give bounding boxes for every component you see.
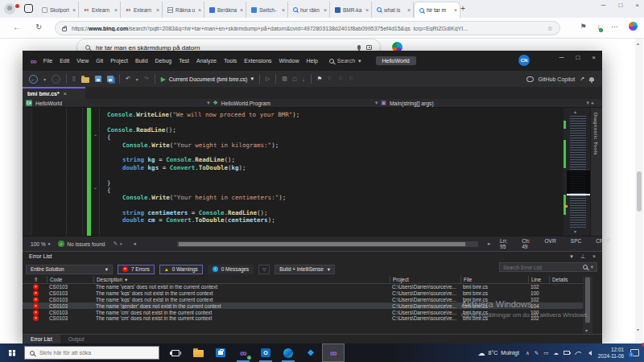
browser-tab[interactable]: EXExlearn× [121,2,163,18]
status-spc[interactable]: SPC [564,238,589,249]
error-row[interactable]: ×CS0103The name 'cm' does not exist in t… [23,309,583,315]
status-column[interactable]: Ch: 49 [514,238,537,249]
redo-icon[interactable]: ↷ [144,76,149,82]
save-all-icon[interactable] [107,76,114,82]
warnings-filter-button[interactable]: ▲0 Warnings [159,265,203,274]
column-header[interactable]: Line [528,276,549,283]
pen-icon[interactable]: ✎ [535,350,539,356]
column-header[interactable]: Description▾ [93,276,390,283]
minimap-scrollbar[interactable]: ▴ ▾ [564,108,590,236]
code-text[interactable]: Console.WriteLine("We will now proceed t… [107,111,299,224]
browser-close-button[interactable]: × [635,2,639,9]
status-line[interactable]: Ln: 95 [493,238,514,249]
browser-copilot-icon[interactable] [629,22,638,31]
menu-window[interactable]: Window [279,58,299,64]
browser-tab[interactable]: what is× [372,2,414,18]
cloud-icon[interactable]: ☁ [553,350,559,356]
menu-project[interactable]: Project [110,58,128,64]
browser-tab[interactable]: Switch-× [246,2,288,18]
favorite-star-icon[interactable]: ☆ [547,25,553,32]
menu-debug[interactable]: Debug [155,58,172,64]
chevron-up-icon[interactable]: ∧ [526,350,530,356]
collections-icon[interactable]: ⚑ [580,23,586,31]
zoom-selector[interactable]: 100 %▾ [31,241,50,247]
browser-tab[interactable]: Beräkna× [204,2,246,18]
vs-minimize-button[interactable]: ─ [559,54,564,61]
scrollbar-thumb[interactable] [179,242,465,246]
notification-center-icon[interactable]: 1 [630,349,639,356]
tab-close-icon[interactable]: × [324,7,327,13]
scrollbar-thumb[interactable] [637,171,642,212]
run-without-debug-icon[interactable]: ▷ [266,76,270,82]
open-folder-icon[interactable] [81,77,89,83]
browser-tab[interactable]: hur räkn× [288,2,330,18]
bookmark-icon[interactable]: ⚑ [317,76,322,82]
tool-icon[interactable]: ▥ [282,76,287,82]
code-editor[interactable]: ⌄ ⌄ Console.WriteLine("We will now proce… [23,108,602,236]
scroll-down-icon[interactable]: ▾ [585,327,588,333]
browser-profile-avatar[interactable] [4,3,15,14]
fold-collapse-icon[interactable]: ⌄ [93,131,97,137]
browser-refresh-button[interactable]: ↻ [35,23,42,31]
browser-tab[interactable]: BMR-ka× [330,2,372,18]
file-explorer-icon[interactable] [187,343,209,362]
browser-minimize-button[interactable]: ─ [601,2,606,9]
volume-icon[interactable] [586,351,592,356]
github-copilot-label[interactable]: GitHub Copilot [539,76,576,82]
browser-tab[interactable]: Skolport× [37,2,79,18]
breadcrumb-type-dropdown[interactable]: ❖ HelloWorld.Program [213,100,270,106]
chevron-down-icon[interactable]: ▾ [375,100,378,106]
new-file-icon[interactable]: ▯ [72,76,76,82]
browser-tab[interactable]: EXExlearn× [79,2,121,18]
outlook-icon[interactable]: O [254,343,277,362]
error-list-search[interactable]: ▾ [499,262,597,272]
new-tab-button[interactable]: + [460,4,465,13]
build-filter-dropdown[interactable]: Build + IntelliSense▾ [275,265,335,274]
address-bar[interactable]: https://www.bing.com/search?pglt=2083&q=… [55,21,560,35]
diagnostic-tools-tab[interactable]: Diagnostic Tools [590,108,602,236]
microsoft-store-icon[interactable] [209,343,232,362]
tab-close-icon[interactable]: × [407,7,411,13]
browser-tab[interactable]: hir tar m× [414,2,460,18]
browser-tab[interactable]: Räkna u× [163,2,204,18]
tab-output[interactable]: Output [60,335,93,344]
tab-close-icon[interactable]: × [454,7,457,13]
workspaces-icon[interactable] [24,4,33,13]
visual-studio-2019-icon[interactable]: +∞ [232,343,254,362]
errors-filter-button[interactable]: ×7 Errors [118,265,155,274]
column-header[interactable]: Project [390,276,460,283]
error-list-scrollbar[interactable]: ▾ [583,276,592,335]
tab-close-icon[interactable]: × [198,7,201,13]
issues-indicator[interactable]: ✓No issues found [58,241,105,247]
messages-filter-button[interactable]: i0 Messages [208,265,254,274]
vs-search-button[interactable]: Search ▾ [329,58,361,64]
scroll-left-icon[interactable]: ◂ [134,241,136,247]
menu-git[interactable]: Git [96,58,103,64]
fold-collapse-icon[interactable]: ⌄ [93,184,97,190]
edit-mode-icon[interactable]: ✎▾ [114,241,122,247]
undo-icon[interactable]: ↶ [126,76,130,82]
scroll-right-icon[interactable]: ▸ [488,241,490,247]
taskbar-clock[interactable]: 12:01 2024-11-06 [598,347,624,359]
navigate-forward-icon[interactable]: → [52,75,60,84]
visual-search-icon[interactable] [366,45,372,50]
menu-analyze[interactable]: Analyze [196,58,217,64]
tab-close-icon[interactable]: × [282,7,285,13]
breakpoint-margin[interactable] [23,108,32,236]
chevron-down-icon[interactable]: ▾ [591,264,593,270]
vs-maximize-button[interactable]: □ [576,54,580,61]
bookmark-icon[interactable]: ⚐ [328,76,332,82]
taskbar-search-input[interactable] [39,350,154,356]
navigate-back-icon[interactable]: ← [29,75,38,84]
notifications-bell-icon[interactable] [589,77,594,81]
tab-close-icon[interactable]: × [64,91,67,97]
browser-back-button[interactable]: ← [13,23,21,31]
downloads-icon[interactable]: ↓✓ [597,23,601,31]
account-avatar[interactable]: CN [518,55,530,66]
status-ovr[interactable]: OVR [537,238,563,249]
menu-test[interactable]: Test [179,58,189,64]
bookmark-icon[interactable]: ⚐ [349,76,354,82]
error-row[interactable]: ×CS0103The name 'kgs' does not exist in … [23,290,583,297]
chevron-down-icon[interactable]: ▾ [587,100,589,106]
tab-close-icon[interactable]: × [240,7,243,13]
